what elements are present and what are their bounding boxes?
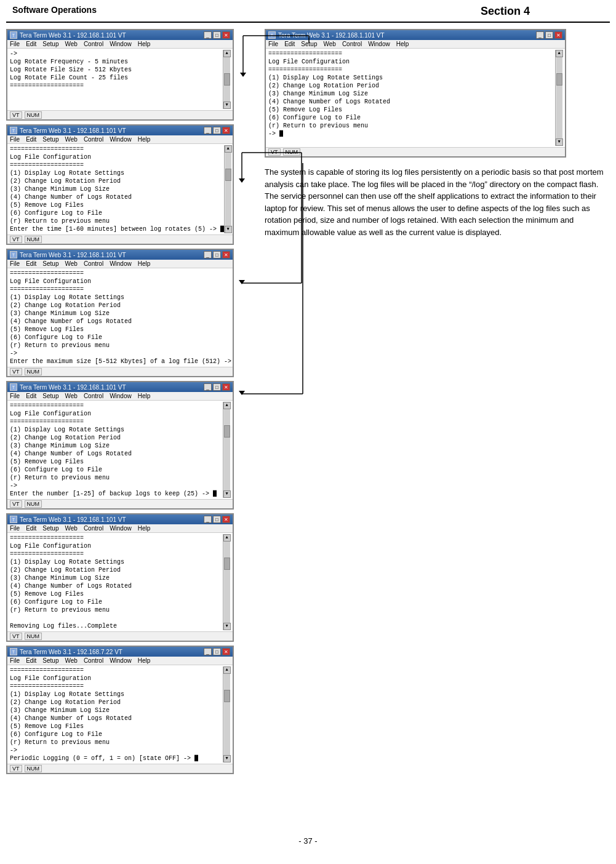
term5-menu-help[interactable]: Help [138, 525, 151, 532]
term6-maximize[interactable]: □ [213, 648, 221, 655]
term5-maximize[interactable]: □ [213, 516, 221, 523]
term1-close[interactable]: ✕ [222, 31, 230, 39]
term5-menu-setup[interactable]: Setup [42, 525, 58, 532]
term1-minimize[interactable]: _ [204, 31, 212, 39]
term6-menu-window[interactable]: Window [110, 657, 132, 664]
term4-menu-setup[interactable]: Setup [42, 393, 58, 399]
term2-menu-file[interactable]: File [10, 136, 20, 143]
term4-scroll-down[interactable]: ▼ [223, 490, 231, 498]
term5-menu-edit[interactable]: Edit [26, 525, 36, 532]
term6-scroll-thumb[interactable] [224, 690, 230, 702]
term1-titlebar: T Tera Term Web 3.1 - 192.168.1.101 VT _… [7, 30, 233, 40]
term6-scroll-down[interactable]: ▼ [223, 755, 231, 762]
term2-minimize[interactable]: _ [204, 127, 212, 134]
term1-scrollbar[interactable]: ▲ ▼ [223, 50, 230, 109]
right-term-menu-window[interactable]: Window [368, 41, 390, 47]
term1-scroll-down[interactable]: ▼ [223, 102, 231, 109]
term6-minimize[interactable]: _ [204, 648, 212, 655]
term5-scroll-down[interactable]: ▼ [223, 623, 231, 630]
term3-close[interactable]: ✕ [222, 251, 230, 258]
term4-close[interactable]: ✕ [222, 383, 230, 391]
term3-menu-help[interactable]: Help [138, 260, 151, 267]
term4-scroll-thumb[interactable] [224, 425, 230, 438]
term4-menu-control[interactable]: Control [84, 393, 103, 399]
term4-menu-web[interactable]: Web [65, 393, 78, 399]
term4-menu-window[interactable]: Window [110, 393, 132, 399]
term1-menu-file[interactable]: File [10, 41, 20, 47]
term6-menu-setup[interactable]: Setup [42, 657, 58, 664]
term2-scroll-up[interactable]: ▲ [225, 145, 232, 153]
right-term-menu-help[interactable]: Help [396, 41, 409, 47]
term6-content: ==================== Log File Configurat… [10, 666, 223, 762]
term3-menu-web[interactable]: Web [65, 260, 78, 267]
term1-menu-control[interactable]: Control [84, 41, 103, 47]
term4-menu-file[interactable]: File [10, 393, 20, 399]
term3-minimize[interactable]: _ [204, 251, 212, 258]
right-term-minimize[interactable]: _ [536, 31, 544, 39]
term2-menu-edit[interactable]: Edit [26, 136, 36, 143]
term4-scroll-up[interactable]: ▲ [223, 402, 231, 409]
term5-icon: T [10, 516, 17, 523]
term2-menu-control[interactable]: Control [84, 136, 103, 143]
term1-menu-help[interactable]: Help [138, 41, 151, 47]
right-term-scroll-down[interactable]: ▼ [556, 138, 563, 146]
term1-scroll-thumb[interactable] [224, 73, 230, 86]
term1-menu-window[interactable]: Window [110, 41, 132, 47]
term6-menu-web[interactable]: Web [65, 657, 78, 664]
term4-menu-help[interactable]: Help [138, 393, 151, 399]
term5-menu-file[interactable]: File [10, 525, 20, 532]
right-term-content: ==================== Log File Configurat… [268, 50, 555, 146]
right-term-scroll-up[interactable]: ▲ [556, 50, 563, 57]
right-term-menu-control[interactable]: Control [342, 41, 362, 47]
term3-titlebar: T Tera Term Web 3.1 - 192.168.1.101 VT _… [7, 250, 233, 260]
right-term-close[interactable]: ✕ [554, 31, 562, 39]
term4-scrollbar[interactable]: ▲ ▼ [223, 402, 230, 498]
term4-minimize[interactable]: _ [204, 383, 212, 391]
term2-menu-window[interactable]: Window [110, 136, 132, 143]
term3-menu-setup[interactable]: Setup [42, 260, 58, 267]
term1-menu-edit[interactable]: Edit [26, 41, 36, 47]
term5-minimize[interactable]: _ [204, 516, 212, 523]
term6-menu-control[interactable]: Control [84, 657, 103, 664]
term6-menu-help[interactable]: Help [138, 657, 151, 664]
term2-menu-setup[interactable]: Setup [42, 136, 58, 143]
term2-menu-web[interactable]: Web [65, 136, 78, 143]
term3-menu-control[interactable]: Control [84, 260, 103, 267]
term1-menu-setup[interactable]: Setup [42, 41, 58, 47]
term5-scroll-up[interactable]: ▲ [223, 534, 231, 542]
term2-maximize[interactable]: □ [213, 127, 221, 134]
term6-close[interactable]: ✕ [222, 648, 230, 655]
term6-scrollbar[interactable]: ▲ ▼ [223, 666, 230, 762]
term5-menu-window[interactable]: Window [110, 525, 132, 532]
term3-menu-window[interactable]: Window [110, 260, 132, 267]
term1-scroll-up[interactable]: ▲ [223, 50, 231, 57]
term2-scroll-thumb[interactable] [225, 169, 231, 181]
term2-scrollbar[interactable]: ▲ ▼ [224, 145, 231, 233]
right-term-menu-file[interactable]: File [268, 41, 278, 47]
right-term-maximize[interactable]: □ [545, 31, 553, 39]
term4-menu-edit[interactable]: Edit [26, 393, 36, 399]
term5-menu-web[interactable]: Web [65, 525, 78, 532]
term2-menu-help[interactable]: Help [138, 136, 151, 143]
right-term-scroll-thumb[interactable] [556, 73, 562, 86]
term3-body: ==================== Log File Configurat… [7, 268, 233, 367]
right-term-scrollbar[interactable]: ▲ ▼ [555, 50, 562, 146]
right-term-menu-web[interactable]: Web [324, 41, 336, 47]
term3-menu-edit[interactable]: Edit [26, 260, 36, 267]
term3-maximize[interactable]: □ [213, 251, 221, 258]
term1-menu-web[interactable]: Web [65, 41, 78, 47]
right-term-menu-setup[interactable]: Setup [301, 41, 317, 47]
term6-scroll-up[interactable]: ▲ [223, 666, 231, 674]
term5-scrollbar[interactable]: ▲ ▼ [223, 534, 230, 630]
term6-menu-edit[interactable]: Edit [26, 657, 36, 664]
term2-close[interactable]: ✕ [222, 127, 230, 134]
term1-maximize[interactable]: □ [213, 31, 221, 39]
term3-menu-file[interactable]: File [10, 260, 20, 267]
term4-maximize[interactable]: □ [213, 383, 221, 391]
term6-menu-file[interactable]: File [10, 657, 20, 664]
term5-close[interactable]: ✕ [222, 516, 230, 523]
term2-scroll-down[interactable]: ▼ [225, 226, 232, 233]
term5-scroll-thumb[interactable] [224, 558, 230, 570]
right-term-menu-edit[interactable]: Edit [284, 41, 295, 47]
term5-menu-control[interactable]: Control [84, 525, 103, 532]
